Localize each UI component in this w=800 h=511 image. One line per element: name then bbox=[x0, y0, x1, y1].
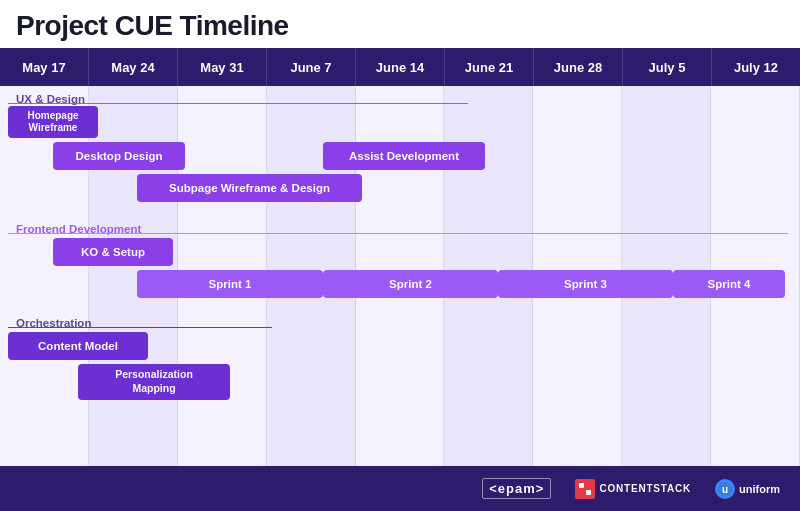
bar-homepage-wireframe: HomepageWireframe bbox=[8, 106, 98, 138]
frontend-label: Frontend Development bbox=[8, 220, 141, 237]
col-may17: May 17 bbox=[0, 48, 89, 86]
epam-logo: <epam> bbox=[482, 478, 551, 499]
orchestration-label: Orchestration bbox=[8, 314, 91, 331]
frontend-line bbox=[8, 233, 788, 234]
svg-rect-2 bbox=[579, 490, 584, 495]
col-may31: May 31 bbox=[178, 48, 267, 86]
contentstack-label: CONTENTSTACK bbox=[599, 483, 691, 494]
svg-rect-1 bbox=[586, 483, 591, 488]
svg-rect-3 bbox=[586, 490, 591, 495]
bar-sprint3: Sprint 3 bbox=[498, 270, 673, 298]
contentstack-brand: CONTENTSTACK bbox=[575, 479, 691, 499]
bar-sprint4: Sprint 4 bbox=[673, 270, 785, 298]
gantt-body: UX & Design HomepageWireframe Desktop De… bbox=[0, 86, 800, 466]
col-june7: June 7 bbox=[267, 48, 356, 86]
col-june14: June 14 bbox=[356, 48, 445, 86]
bar-assist-development: Assist Development bbox=[323, 142, 485, 170]
bar-ko-setup: KO & Setup bbox=[53, 238, 173, 266]
page-title: Project CUE Timeline bbox=[0, 0, 800, 48]
bar-desktop-design: Desktop Design bbox=[53, 142, 185, 170]
uniform-label: uniform bbox=[739, 483, 780, 495]
col-may24: May 24 bbox=[89, 48, 178, 86]
col-june28: June 28 bbox=[534, 48, 623, 86]
contentstack-icon bbox=[575, 479, 595, 499]
header-row: May 17 May 24 May 31 June 7 June 14 June… bbox=[0, 48, 800, 86]
uniform-icon: u bbox=[715, 479, 735, 499]
svg-text:u: u bbox=[722, 484, 728, 495]
orchestration-line bbox=[8, 327, 272, 328]
col-july12: July 12 bbox=[712, 48, 800, 86]
svg-rect-0 bbox=[579, 483, 584, 488]
footer: <epam> CONTENTSTACK u unifo bbox=[0, 466, 800, 511]
ux-design-label: UX & Design bbox=[8, 90, 85, 107]
bar-personalization-mapping: PersonalizationMapping bbox=[78, 364, 230, 400]
bar-content-model: Content Model bbox=[8, 332, 148, 360]
col-june21: June 21 bbox=[445, 48, 534, 86]
page: Project CUE Timeline May 17 May 24 May 3… bbox=[0, 0, 800, 511]
ux-design-line bbox=[8, 103, 468, 104]
bar-sprint1: Sprint 1 bbox=[137, 270, 323, 298]
col-july5: July 5 bbox=[623, 48, 712, 86]
epam-brand: <epam> bbox=[482, 478, 551, 499]
uniform-brand: u uniform bbox=[715, 479, 780, 499]
rows-content: UX & Design HomepageWireframe Desktop De… bbox=[0, 86, 800, 466]
bar-sprint2: Sprint 2 bbox=[323, 270, 498, 298]
gantt-area: May 17 May 24 May 31 June 7 June 14 June… bbox=[0, 48, 800, 466]
bar-subpage-wireframe: Subpage Wireframe & Design bbox=[137, 174, 362, 202]
